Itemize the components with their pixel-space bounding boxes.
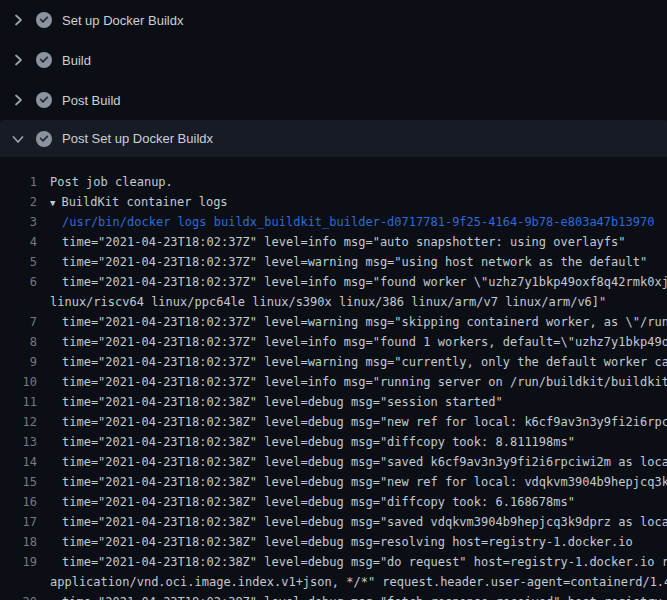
line-text-content: time="2021-04-23T18:02:38Z" level=debug … — [62, 495, 575, 509]
log-line: 10 time="2021-04-23T18:02:37Z" level=inf… — [0, 372, 667, 392]
log-line: 7 time="2021-04-23T18:02:37Z" level=warn… — [0, 312, 667, 332]
line-number[interactable] — [0, 572, 37, 592]
line-text-content: application/vnd.oci.image.index.v1+json,… — [50, 575, 667, 589]
line-number[interactable]: 16 — [0, 492, 37, 512]
line-text-content: linux/riscv64 linux/ppc64le linux/s390x … — [50, 295, 606, 309]
line-number[interactable]: 19 — [0, 552, 37, 572]
group-collapse-arrow-icon[interactable]: ▼ — [50, 193, 55, 213]
line-text: time="2021-04-23T18:02:37Z" level=info m… — [50, 272, 667, 292]
line-text: time="2021-04-23T18:02:38Z" level=debug … — [50, 592, 667, 600]
line-text: ▼BuildKit container logs — [50, 192, 228, 212]
log-line: 8 time="2021-04-23T18:02:37Z" level=info… — [0, 332, 667, 352]
line-text: time="2021-04-23T18:02:37Z" level=warnin… — [50, 252, 647, 272]
line-number[interactable]: 20 — [0, 592, 37, 600]
check-circle-icon — [36, 131, 52, 147]
line-number[interactable]: 13 — [0, 432, 37, 452]
log-line: 12 time="2021-04-23T18:02:38Z" level=deb… — [0, 412, 667, 432]
line-text-content: time="2021-04-23T18:02:38Z" level=debug … — [62, 395, 503, 409]
line-number[interactable]: 10 — [0, 372, 37, 392]
log-line: 9 time="2021-04-23T18:02:37Z" level=warn… — [0, 352, 667, 372]
chevron-right-icon — [10, 12, 26, 28]
line-text: time="2021-04-23T18:02:37Z" level=warnin… — [50, 352, 667, 372]
line-text-content: time="2021-04-23T18:02:38Z" level=debug … — [62, 415, 667, 429]
line-number[interactable]: 6 — [0, 272, 37, 292]
line-text: time="2021-04-23T18:02:37Z" level=info m… — [50, 332, 667, 352]
line-text: time="2021-04-23T18:02:37Z" level=info m… — [50, 372, 667, 392]
log-line: 15 time="2021-04-23T18:02:38Z" level=deb… — [0, 472, 667, 492]
line-number[interactable] — [0, 292, 37, 312]
line-text: time="2021-04-23T18:02:38Z" level=debug … — [50, 532, 633, 552]
line-text-content: time="2021-04-23T18:02:37Z" level=warnin… — [62, 315, 667, 329]
log-line: 17 time="2021-04-23T18:02:38Z" level=deb… — [0, 512, 667, 532]
line-number[interactable]: 4 — [0, 232, 37, 252]
line-text-content: Post job cleanup. — [50, 175, 173, 189]
step-row-build[interactable]: Build — [0, 40, 667, 80]
line-number[interactable]: 5 — [0, 252, 37, 272]
line-number[interactable]: 18 — [0, 532, 37, 552]
log-line: 18 time="2021-04-23T18:02:38Z" level=deb… — [0, 532, 667, 552]
line-text-content: time="2021-04-23T18:02:38Z" level=debug … — [62, 555, 667, 569]
line-text: time="2021-04-23T18:02:38Z" level=debug … — [50, 452, 667, 472]
line-text: application/vnd.oci.image.index.v1+json,… — [50, 572, 667, 592]
log-line: 14 time="2021-04-23T18:02:38Z" level=deb… — [0, 452, 667, 472]
log-line: 3 /usr/bin/docker logs buildx_buildkit_b… — [0, 212, 667, 232]
log-line: 5 time="2021-04-23T18:02:37Z" level=warn… — [0, 252, 667, 272]
chevron-right-icon — [10, 52, 26, 68]
line-text-content: time="2021-04-23T18:02:37Z" level=info m… — [62, 275, 667, 289]
log-line: 19 time="2021-04-23T18:02:38Z" level=deb… — [0, 552, 667, 572]
line-number[interactable]: 15 — [0, 472, 37, 492]
step-title: Set up Docker Buildx — [62, 13, 183, 28]
line-number[interactable]: 17 — [0, 512, 37, 532]
check-circle-icon — [36, 92, 52, 108]
line-text: time="2021-04-23T18:02:38Z" level=debug … — [50, 512, 667, 532]
log-line: 4 time="2021-04-23T18:02:37Z" level=info… — [0, 232, 667, 252]
line-text: time="2021-04-23T18:02:38Z" level=debug … — [50, 412, 667, 432]
log-line: 6 time="2021-04-23T18:02:37Z" level=info… — [0, 272, 667, 292]
line-number[interactable]: 14 — [0, 452, 37, 472]
line-text-content: BuildKit container logs — [61, 195, 227, 209]
log-line: linux/riscv64 linux/ppc64le linux/s390x … — [0, 292, 667, 312]
line-text-content: time="2021-04-23T18:02:37Z" level=info m… — [62, 375, 667, 389]
line-text-content: time="2021-04-23T18:02:38Z" level=debug … — [62, 455, 667, 469]
line-text-content: time="2021-04-23T18:02:37Z" level=info m… — [62, 235, 626, 249]
line-text-content: /usr/bin/docker logs buildx_buildkit_bui… — [62, 215, 654, 229]
check-circle-icon — [36, 12, 52, 28]
log-area: 1 Post job cleanup. 2 ▼BuildKit containe… — [0, 157, 667, 600]
line-text: time="2021-04-23T18:02:38Z" level=debug … — [50, 432, 575, 452]
step-title: Post Set up Docker Buildx — [62, 131, 213, 146]
log-line: 20 time="2021-04-23T18:02:38Z" level=deb… — [0, 592, 667, 600]
step-row-post-set-up-docker-buildx[interactable]: Post Set up Docker Buildx — [0, 120, 667, 157]
line-number[interactable]: 2 — [0, 192, 37, 212]
line-number[interactable]: 9 — [0, 352, 37, 372]
line-text-content: time="2021-04-23T18:02:38Z" level=debug … — [62, 595, 667, 600]
line-text: time="2021-04-23T18:02:37Z" level=info m… — [50, 232, 626, 252]
step-title: Post Build — [62, 93, 121, 108]
log-line: 13 time="2021-04-23T18:02:38Z" level=deb… — [0, 432, 667, 452]
log-line: 1 Post job cleanup. — [0, 172, 667, 192]
line-number[interactable]: 8 — [0, 332, 37, 352]
line-text-content: time="2021-04-23T18:02:38Z" level=debug … — [62, 475, 667, 489]
log-line: 11 time="2021-04-23T18:02:38Z" level=deb… — [0, 392, 667, 412]
line-text-content: time="2021-04-23T18:02:37Z" level=warnin… — [62, 355, 667, 369]
line-number[interactable]: 12 — [0, 412, 37, 432]
step-row-set-up-docker-buildx[interactable]: Set up Docker Buildx — [0, 0, 667, 40]
line-text: time="2021-04-23T18:02:38Z" level=debug … — [50, 472, 667, 492]
line-text-content: time="2021-04-23T18:02:38Z" level=debug … — [62, 535, 633, 549]
line-number[interactable]: 7 — [0, 312, 37, 332]
chevron-right-icon — [10, 92, 26, 108]
line-number[interactable]: 11 — [0, 392, 37, 412]
line-number[interactable]: 1 — [0, 172, 37, 192]
line-text: time="2021-04-23T18:02:37Z" level=warnin… — [50, 312, 667, 332]
line-text: linux/riscv64 linux/ppc64le linux/s390x … — [50, 292, 606, 312]
step-row-post-build[interactable]: Post Build — [0, 80, 667, 120]
line-number[interactable]: 3 — [0, 212, 37, 232]
line-text: /usr/bin/docker logs buildx_buildkit_bui… — [50, 212, 654, 232]
log-line: 16 time="2021-04-23T18:02:38Z" level=deb… — [0, 492, 667, 512]
actions-log-viewer: Set up Docker Buildx Build — [0, 0, 667, 600]
line-text-content: time="2021-04-23T18:02:37Z" level=warnin… — [62, 255, 647, 269]
line-text-content: time="2021-04-23T18:02:37Z" level=info m… — [62, 335, 667, 349]
chevron-down-icon — [10, 131, 26, 147]
line-text-content: time="2021-04-23T18:02:38Z" level=debug … — [62, 435, 575, 449]
log-line: application/vnd.oci.image.index.v1+json,… — [0, 572, 667, 592]
step-title: Build — [62, 53, 91, 68]
